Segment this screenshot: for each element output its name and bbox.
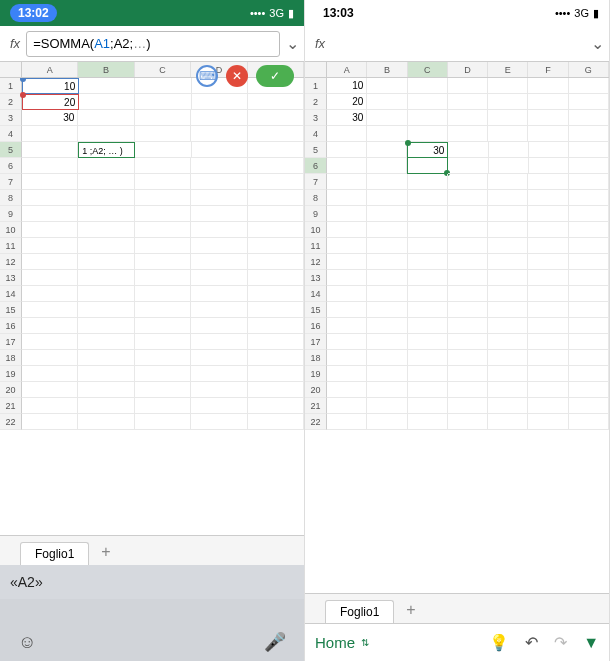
- cell[interactable]: [191, 366, 247, 382]
- row-header[interactable]: 19: [0, 366, 22, 382]
- cell[interactable]: [135, 366, 191, 382]
- add-sheet-button[interactable]: +: [89, 539, 122, 565]
- cell[interactable]: [448, 174, 488, 190]
- cell[interactable]: [569, 270, 609, 286]
- cell[interactable]: [528, 302, 568, 318]
- row-header[interactable]: 17: [305, 334, 327, 350]
- cell[interactable]: [79, 78, 135, 94]
- cell[interactable]: [488, 302, 528, 318]
- row-header[interactable]: 20: [305, 382, 327, 398]
- cell[interactable]: [367, 334, 407, 350]
- cell[interactable]: [367, 302, 407, 318]
- row-header[interactable]: 18: [0, 350, 22, 366]
- cell[interactable]: [569, 366, 609, 382]
- cell[interactable]: [192, 142, 248, 158]
- cell[interactable]: [135, 190, 191, 206]
- cell[interactable]: [327, 206, 367, 222]
- cell[interactable]: [569, 398, 609, 414]
- cell[interactable]: [528, 398, 568, 414]
- cell[interactable]: [448, 254, 488, 270]
- cell[interactable]: [248, 318, 304, 334]
- cell[interactable]: [569, 190, 609, 206]
- cell[interactable]: [528, 254, 568, 270]
- row-header[interactable]: 8: [0, 190, 22, 206]
- cell[interactable]: [488, 334, 528, 350]
- cell[interactable]: [408, 238, 448, 254]
- cell[interactable]: [367, 414, 407, 430]
- cell[interactable]: [135, 286, 191, 302]
- cell[interactable]: [528, 270, 568, 286]
- cell[interactable]: [488, 78, 528, 94]
- cell[interactable]: [135, 222, 191, 238]
- cell[interactable]: [367, 126, 407, 142]
- confirm-button[interactable]: ✓: [256, 65, 294, 87]
- cell[interactable]: [408, 190, 448, 206]
- cell[interactable]: [22, 318, 78, 334]
- cell[interactable]: [528, 238, 568, 254]
- cell[interactable]: 20: [327, 94, 367, 110]
- row-header[interactable]: 17: [0, 334, 22, 350]
- cell[interactable]: 30: [327, 110, 367, 126]
- cell[interactable]: [78, 414, 134, 430]
- cell[interactable]: [135, 350, 191, 366]
- row-header[interactable]: 20: [0, 382, 22, 398]
- cell[interactable]: [408, 78, 448, 94]
- cell[interactable]: [488, 190, 528, 206]
- lightbulb-icon[interactable]: 💡: [489, 633, 509, 652]
- row-header[interactable]: 15: [305, 302, 327, 318]
- cell[interactable]: [529, 158, 569, 174]
- row-header[interactable]: 14: [0, 286, 22, 302]
- cell[interactable]: 30: [407, 142, 448, 158]
- row-header[interactable]: 22: [305, 414, 327, 430]
- cell[interactable]: [488, 94, 528, 110]
- cell[interactable]: [135, 334, 191, 350]
- cell[interactable]: [367, 366, 407, 382]
- cell[interactable]: [22, 206, 78, 222]
- cell[interactable]: [367, 110, 407, 126]
- cell[interactable]: [191, 334, 247, 350]
- formula-dropdown-icon[interactable]: ⌄: [589, 34, 605, 53]
- cell[interactable]: [448, 110, 488, 126]
- cell[interactable]: [327, 414, 367, 430]
- cell[interactable]: [569, 318, 609, 334]
- cell[interactable]: [448, 286, 488, 302]
- cell[interactable]: [528, 94, 568, 110]
- cell[interactable]: [78, 126, 134, 142]
- row-header[interactable]: 8: [305, 190, 327, 206]
- cell[interactable]: [448, 206, 488, 222]
- cell[interactable]: [78, 302, 134, 318]
- cell[interactable]: [78, 286, 134, 302]
- cell[interactable]: [408, 254, 448, 270]
- row-header[interactable]: 3: [0, 110, 22, 126]
- cell[interactable]: [569, 286, 609, 302]
- cell[interactable]: [489, 158, 529, 174]
- cell[interactable]: [22, 222, 78, 238]
- cell[interactable]: [408, 126, 448, 142]
- cell[interactable]: [488, 318, 528, 334]
- cell[interactable]: [408, 270, 448, 286]
- row-header[interactable]: 12: [305, 254, 327, 270]
- cell[interactable]: [327, 158, 367, 174]
- cell[interactable]: [327, 334, 367, 350]
- cell[interactable]: [448, 334, 488, 350]
- cell[interactable]: [408, 366, 448, 382]
- row-header[interactable]: 11: [305, 238, 327, 254]
- cell[interactable]: [191, 190, 247, 206]
- cell[interactable]: [448, 366, 488, 382]
- cell[interactable]: [78, 158, 134, 174]
- cell[interactable]: [327, 366, 367, 382]
- mic-button[interactable]: 🎤: [264, 631, 286, 653]
- fx-icon[interactable]: fx: [309, 36, 331, 51]
- cell[interactable]: [135, 158, 191, 174]
- cell[interactable]: [22, 302, 78, 318]
- collapse-icon[interactable]: ▼: [583, 634, 599, 652]
- cell[interactable]: [22, 270, 78, 286]
- cell[interactable]: [191, 318, 247, 334]
- cell[interactable]: [135, 206, 191, 222]
- cell[interactable]: [191, 222, 247, 238]
- cell[interactable]: [135, 126, 191, 142]
- cell[interactable]: [135, 318, 191, 334]
- cell[interactable]: [408, 286, 448, 302]
- cell[interactable]: [367, 382, 407, 398]
- cell[interactable]: [248, 222, 304, 238]
